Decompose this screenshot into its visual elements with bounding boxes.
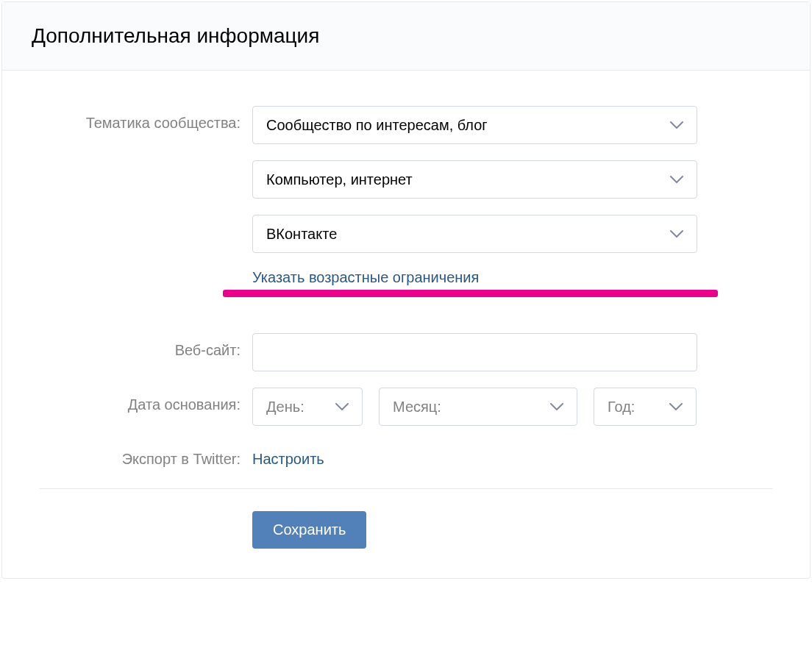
save-button[interactable]: Сохранить	[252, 511, 366, 549]
website-row: Веб-сайт:	[39, 333, 773, 371]
year-select-value: Год:	[608, 399, 635, 416]
topic-select-3[interactable]: ВКонтакте	[252, 215, 697, 253]
year-select[interactable]: Год:	[594, 388, 697, 426]
topic-select-1[interactable]: Сообщество по интересам, блог	[252, 106, 697, 144]
topic-row: Тематика сообщества: Сообщество по интер…	[39, 106, 773, 317]
topic-select-3-value: ВКонтакте	[266, 226, 337, 243]
website-input[interactable]	[252, 333, 697, 371]
panel-body: Тематика сообщества: Сообщество по интер…	[2, 71, 810, 578]
chevron-down-icon	[670, 176, 683, 183]
founding-date-controls: День: Месяц: Год:	[252, 388, 697, 426]
chevron-down-icon	[669, 403, 683, 410]
divider	[39, 488, 773, 489]
additional-info-panel: Дополнительная информация Тематика сообщ…	[1, 1, 811, 579]
chevron-down-icon	[670, 121, 683, 129]
chevron-down-icon	[550, 403, 563, 410]
day-select-value: День:	[266, 399, 304, 416]
age-restrictions-row: Указать возрастные ограничения	[252, 269, 697, 286]
topic-select-1-value: Сообщество по интересам, блог	[266, 117, 488, 134]
month-select-value: Месяц:	[393, 399, 441, 416]
chevron-down-icon	[335, 403, 349, 410]
highlight-annotation	[223, 290, 718, 297]
twitter-export-label: Экспорт в Twitter:	[39, 442, 252, 468]
button-row: Сохранить	[39, 511, 773, 571]
founding-date-row: Дата основания: День: Месяц:	[39, 388, 773, 426]
month-select[interactable]: Месяц:	[379, 388, 577, 426]
topic-select-2[interactable]: Компьютер, интернет	[252, 160, 697, 199]
panel-header: Дополнительная информация	[2, 2, 810, 71]
age-restrictions-link[interactable]: Указать возрастные ограничения	[252, 269, 479, 286]
topic-select-3-wrap: ВКонтакте	[252, 215, 697, 253]
date-selects: День: Месяц: Год:	[252, 388, 697, 426]
twitter-configure-link[interactable]: Настроить	[252, 442, 324, 468]
founding-date-label: Дата основания:	[39, 388, 252, 413]
twitter-export-controls: Настроить	[252, 442, 697, 468]
twitter-export-row: Экспорт в Twitter: Настроить	[39, 442, 773, 468]
chevron-down-icon	[670, 230, 683, 238]
topic-label: Тематика сообщества:	[39, 106, 252, 132]
topic-select-1-wrap: Сообщество по интересам, блог	[252, 106, 697, 144]
topic-select-2-value: Компьютер, интернет	[266, 171, 413, 188]
topic-controls: Сообщество по интересам, блог Компьютер,…	[252, 106, 697, 317]
topic-select-2-wrap: Компьютер, интернет	[252, 160, 697, 199]
day-select[interactable]: День:	[252, 388, 363, 426]
website-controls	[252, 333, 697, 371]
website-label: Веб-сайт:	[39, 333, 252, 359]
panel-title: Дополнительная информация	[32, 24, 780, 48]
